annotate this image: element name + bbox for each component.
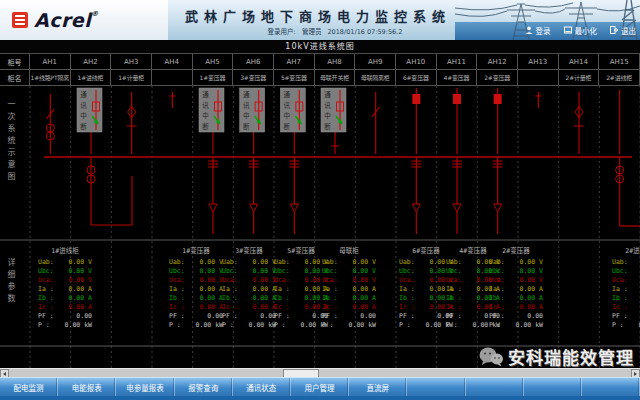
param-row: Ic :0.00 A	[220, 303, 278, 312]
param-row: PF :0.00	[220, 312, 278, 321]
cabinet-id-cell: AH12	[477, 54, 518, 70]
param-row: Uca:0.00 V	[167, 276, 225, 285]
svg-text:通: 通	[284, 90, 291, 99]
param-row: Ic :0.00 A	[610, 303, 640, 312]
nav-bar: 配电监测电能报表电参量报表报警查询通讯状态用户管理直流屏	[0, 377, 640, 396]
nav-item-直流屏[interactable]: 直流屏	[349, 378, 407, 396]
param-block-title: 3#变压器	[220, 246, 278, 258]
nav-empty-cell	[582, 378, 640, 396]
param-block-title: 2#进线柜	[610, 246, 640, 258]
nav-item-电能报表[interactable]: 电能报表	[58, 378, 116, 396]
cabinet-name-cell: 1#进线柜	[71, 70, 112, 86]
nav-item-电参量报表[interactable]: 电参量报表	[116, 378, 174, 396]
sidebar-label-detail-params: 详细参数	[5, 258, 16, 306]
param-row: Uca:0.00 V	[487, 276, 545, 285]
param-row: Uab:0.00 V	[320, 258, 378, 267]
svg-text:讯: 讯	[324, 102, 331, 110]
acrel-logo-text: Acrel®	[34, 11, 99, 30]
param-row: P :0.00 kW	[36, 321, 94, 330]
cabinet-id-cell: AH4	[152, 54, 193, 70]
watermark-text: 安科瑞能效管理	[508, 344, 634, 369]
nav-item-用户管理[interactable]: 用户管理	[291, 378, 349, 396]
cabinet-id-cell: AH9	[355, 54, 396, 70]
nav-item-通讯状态[interactable]: 通讯状态	[233, 378, 291, 396]
param-row: PF :0.00	[610, 312, 640, 321]
svg-text:中: 中	[243, 111, 250, 120]
nav-empty-cell	[407, 378, 465, 396]
cabinet-id-cell: AH7	[274, 54, 315, 70]
cabinet-name-cell: 5#变压器	[274, 70, 315, 86]
svg-text:通: 通	[243, 90, 250, 99]
minimize-icon	[564, 26, 572, 36]
param-row: Uca:0.00 V	[320, 276, 378, 285]
login-button[interactable]: 登录	[525, 25, 551, 36]
user-label: 登录用户:	[268, 28, 296, 36]
svg-text:讯: 讯	[243, 102, 250, 110]
param-block-title: 母联柜	[320, 246, 378, 258]
cabinet-name-cell	[152, 70, 193, 86]
param-row: Ia :0.00 A	[320, 285, 378, 294]
nav-empty-cell	[524, 378, 582, 396]
nav-empty-cell	[466, 378, 524, 396]
param-block: 2#进线柜Uab:0.00 VUbc:0.00 VUca:0.00 VIa :0…	[610, 246, 640, 330]
nav-item-报警查询[interactable]: 报警查询	[175, 378, 233, 396]
cabinet-id-cell: AH13	[518, 54, 559, 70]
param-block: 1#变压器Uab:0.00 VUbc:0.00 VUca:0.00 VIa :0…	[167, 246, 225, 330]
cabinet-id-cell: AH11	[437, 54, 478, 70]
param-row: Ia :0.00 A	[36, 285, 94, 294]
param-row: Uab:0.00 V	[487, 258, 545, 267]
svg-text:断: 断	[243, 122, 250, 131]
svg-text:中: 中	[324, 111, 331, 120]
param-row: Uab:0.00 V	[167, 258, 225, 267]
param-block-title: 1#变压器	[167, 246, 225, 258]
svg-text:通: 通	[80, 90, 87, 99]
watermark: 安科瑞能效管理	[478, 344, 634, 369]
acrel-logo-mark-icon	[12, 12, 28, 28]
param-row: Uca:0.00 V	[220, 276, 278, 285]
param-row: Ia :0.00 A	[610, 285, 640, 294]
svg-text:断: 断	[284, 122, 291, 131]
param-row: Ia :0.00 A	[487, 285, 545, 294]
nav-item-配电监测[interactable]: 配电监测	[0, 378, 58, 396]
comm-fail-overlay: 通讯中断	[199, 88, 224, 132]
comm-fail-overlay: 通讯中断	[77, 88, 102, 132]
cabinet-id-cell: AH3	[111, 54, 152, 70]
param-row: Ib :0.00 A	[487, 294, 545, 303]
cabinet-table: 柜号AH1AH2AH3AH4AH5AH6AH7AH8AH9AH10AH11AH1…	[0, 54, 640, 86]
cabinet-id-cell: AH10	[396, 54, 437, 70]
cabinet-name-cell	[518, 70, 559, 86]
param-row: PF :0.00	[167, 312, 225, 321]
param-block-title: 2#变压器	[487, 246, 545, 258]
cabinet-id-cell: AH14	[559, 54, 600, 70]
wechat-icon	[478, 345, 504, 369]
acrel-logo: Acrel®	[0, 0, 168, 40]
svg-text:讯: 讯	[284, 102, 291, 110]
param-row: Uca:0.00 V	[36, 276, 94, 285]
cabinet-id-cell: AH2	[71, 54, 112, 70]
svg-text:中: 中	[80, 111, 87, 120]
comm-fail-overlay: 通讯中断	[280, 88, 305, 132]
sidebar-label-primary-diagram: 一次系统示意图	[5, 100, 16, 184]
minimize-button[interactable]: 最小化	[564, 25, 598, 36]
cabinet-id-cell: AH6	[233, 54, 274, 70]
cabinet-name-cell: 2#进线柜	[599, 70, 640, 86]
svg-text:断: 断	[80, 122, 87, 131]
cabinet-id-cell: AH15	[599, 54, 640, 70]
h-scrollbar[interactable]	[0, 368, 640, 377]
param-row: Uca:0.00 V	[610, 276, 640, 285]
param-row: Uab:0.00 V	[610, 258, 640, 267]
cabinet-name-cell: 1#计量柜	[111, 70, 152, 86]
param-row: Ic :0.00 A	[167, 303, 225, 312]
param-row: Ubc:0.00 V	[320, 267, 378, 276]
svg-text:断: 断	[324, 122, 331, 131]
user-icon	[525, 26, 533, 36]
exit-button[interactable]: 退出	[610, 25, 636, 36]
param-block-title: 1#进线柜	[36, 246, 94, 258]
cabinet-name-cell: 4#变压器	[437, 70, 478, 86]
cabinet-name-row-label: 柜名	[0, 70, 30, 86]
param-row: Ubc:0.00 V	[487, 267, 545, 276]
user-value: 管理员	[302, 28, 322, 36]
param-row: Ib :0.00 A	[610, 294, 640, 303]
param-row: Ib :0.00 A	[220, 294, 278, 303]
app-title: 武林广场地下商场电力监控系统	[168, 6, 468, 25]
